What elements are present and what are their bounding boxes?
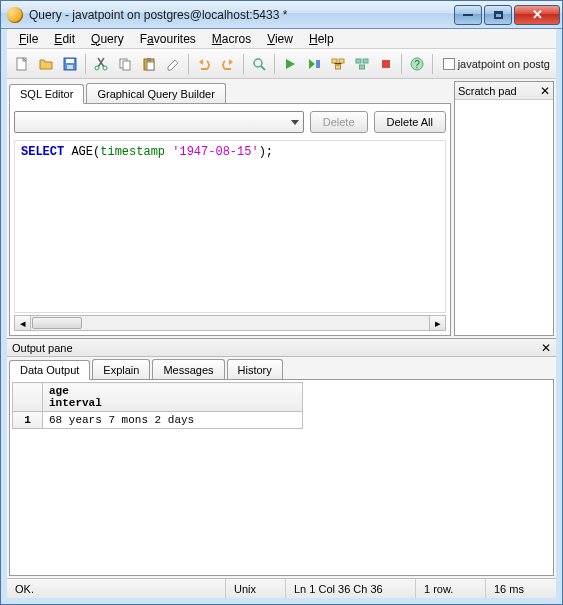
minimize-button[interactable] bbox=[454, 5, 482, 25]
app-icon bbox=[7, 7, 23, 23]
app-window: Query - javatpoint on postgres@localhost… bbox=[0, 0, 563, 605]
connection-label: javatpoint on postg bbox=[458, 58, 550, 70]
output-close-icon[interactable]: ✕ bbox=[541, 341, 551, 355]
execute-pgscript-icon[interactable] bbox=[303, 53, 325, 75]
connection-selector[interactable]: javatpoint on postg bbox=[443, 58, 552, 70]
scroll-thumb[interactable] bbox=[32, 317, 82, 329]
svg-rect-12 bbox=[316, 60, 320, 68]
find-icon[interactable] bbox=[248, 53, 270, 75]
clear-icon[interactable] bbox=[162, 53, 184, 75]
svg-rect-3 bbox=[67, 65, 73, 69]
history-combo[interactable] bbox=[14, 111, 304, 133]
cell-value[interactable]: 68 years 7 mons 2 days bbox=[43, 412, 303, 429]
horizontal-scrollbar[interactable]: ◂ ▸ bbox=[14, 315, 446, 331]
table-row[interactable]: 1 68 years 7 mons 2 days bbox=[13, 412, 303, 429]
svg-rect-18 bbox=[360, 65, 365, 69]
help-icon[interactable]: ? bbox=[406, 53, 428, 75]
explain-icon[interactable] bbox=[327, 53, 349, 75]
chevron-down-icon bbox=[291, 120, 299, 125]
tab-graphical-query-builder[interactable]: Graphical Query Builder bbox=[86, 83, 225, 103]
column-header[interactable]: age interval bbox=[43, 383, 303, 412]
output-pane-title: Output pane bbox=[12, 342, 73, 354]
delete-all-button[interactable]: Delete All bbox=[374, 111, 446, 133]
svg-text:?: ? bbox=[414, 59, 420, 70]
tab-data-output[interactable]: Data Output bbox=[9, 360, 90, 380]
close-button[interactable]: ✕ bbox=[514, 5, 560, 25]
copy-icon[interactable] bbox=[114, 53, 136, 75]
svg-rect-16 bbox=[356, 59, 361, 63]
delete-button[interactable]: Delete bbox=[310, 111, 368, 133]
svg-rect-7 bbox=[123, 61, 130, 70]
scratch-pad: Scratch pad ✕ bbox=[454, 81, 554, 336]
menubar: File Edit Query Favourites Macros View H… bbox=[7, 29, 556, 49]
svg-rect-13 bbox=[332, 59, 337, 63]
tab-history[interactable]: History bbox=[227, 359, 283, 379]
output-body: age interval 1 68 years 7 mons 2 days bbox=[9, 379, 554, 576]
redo-icon[interactable] bbox=[217, 53, 239, 75]
menu-edit[interactable]: Edit bbox=[48, 30, 81, 48]
connection-checkbox[interactable] bbox=[443, 58, 455, 70]
cut-icon[interactable] bbox=[90, 53, 112, 75]
svg-rect-9 bbox=[147, 58, 151, 61]
cancel-icon[interactable] bbox=[375, 53, 397, 75]
row-header-corner bbox=[13, 383, 43, 412]
menu-help[interactable]: Help bbox=[303, 30, 340, 48]
menu-query[interactable]: Query bbox=[85, 30, 130, 48]
tab-messages[interactable]: Messages bbox=[152, 359, 224, 379]
result-table: age interval 1 68 years 7 mons 2 days bbox=[12, 382, 303, 429]
menu-macros[interactable]: Macros bbox=[206, 30, 257, 48]
execute-icon[interactable] bbox=[279, 53, 301, 75]
titlebar[interactable]: Query - javatpoint on postgres@localhost… bbox=[1, 1, 562, 29]
status-time: 16 ms bbox=[486, 579, 556, 598]
svg-rect-2 bbox=[66, 59, 74, 63]
undo-icon[interactable] bbox=[193, 53, 215, 75]
menu-favourites[interactable]: Favourites bbox=[134, 30, 202, 48]
svg-point-4 bbox=[95, 66, 99, 70]
new-icon[interactable] bbox=[11, 53, 33, 75]
maximize-button[interactable] bbox=[484, 5, 512, 25]
open-icon[interactable] bbox=[35, 53, 57, 75]
status-rows: 1 row. bbox=[416, 579, 486, 598]
paste-icon[interactable] bbox=[138, 53, 160, 75]
toolbar: ? javatpoint on postg bbox=[7, 49, 556, 79]
status-encoding: Unix bbox=[226, 579, 286, 598]
explain-analyze-icon[interactable] bbox=[351, 53, 373, 75]
svg-rect-17 bbox=[363, 59, 368, 63]
client-area: File Edit Query Favourites Macros View H… bbox=[1, 29, 562, 604]
menu-view[interactable]: View bbox=[261, 30, 299, 48]
svg-rect-10 bbox=[147, 62, 154, 70]
tab-sql-editor[interactable]: SQL Editor bbox=[9, 84, 84, 104]
scratch-pad-title: Scratch pad bbox=[458, 85, 517, 97]
output-pane-header: Output pane ✕ bbox=[7, 339, 556, 357]
svg-point-5 bbox=[103, 66, 107, 70]
svg-rect-15 bbox=[336, 65, 341, 69]
scratch-close-icon[interactable]: ✕ bbox=[540, 84, 550, 98]
table-header-row: age interval bbox=[13, 383, 303, 412]
scroll-left-icon[interactable]: ◂ bbox=[15, 316, 31, 330]
scratch-area[interactable] bbox=[455, 100, 553, 335]
scroll-right-icon[interactable]: ▸ bbox=[429, 316, 445, 330]
window-title: Query - javatpoint on postgres@localhost… bbox=[29, 8, 454, 22]
svg-rect-14 bbox=[339, 59, 344, 63]
save-icon[interactable] bbox=[59, 53, 81, 75]
menu-file[interactable]: File bbox=[13, 30, 44, 48]
tab-explain[interactable]: Explain bbox=[92, 359, 150, 379]
svg-point-11 bbox=[254, 59, 262, 67]
status-cursor: Ln 1 Col 36 Ch 36 bbox=[286, 579, 416, 598]
status-message: OK. bbox=[7, 579, 226, 598]
statusbar: OK. Unix Ln 1 Col 36 Ch 36 1 row. 16 ms bbox=[7, 578, 556, 598]
svg-rect-19 bbox=[382, 60, 390, 68]
sql-editor[interactable]: SELECT AGE(timestamp '1947-08-15'); bbox=[14, 140, 446, 313]
row-number[interactable]: 1 bbox=[13, 412, 43, 429]
